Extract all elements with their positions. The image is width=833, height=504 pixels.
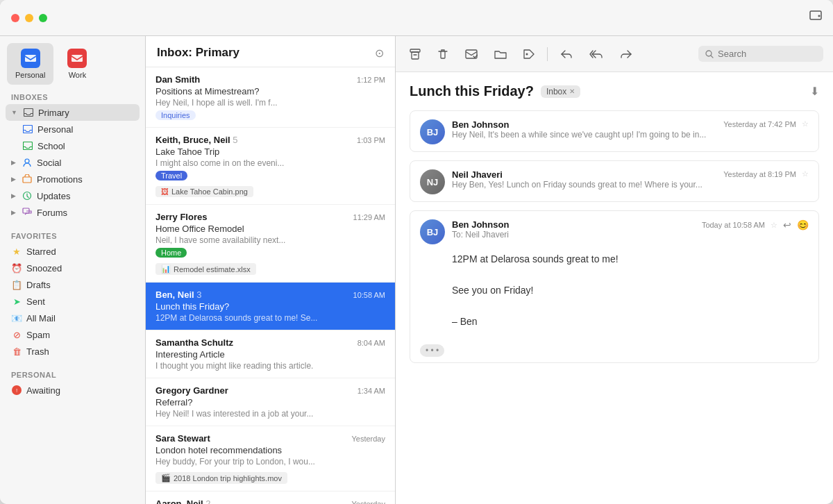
- email-item[interactable]: Aaron, Neil 2 Yesterday Visiting D.C. I …: [146, 492, 395, 504]
- sidebar-item-starred[interactable]: ★ Starred: [6, 243, 140, 260]
- attachment: 🎬 2018 London trip highlights.mov: [155, 472, 287, 484]
- sidebar-item-school[interactable]: School: [6, 137, 140, 154]
- filter-icon[interactable]: ⊙: [375, 47, 384, 60]
- star-icon[interactable]: ☆: [802, 119, 809, 128]
- message-header[interactable]: NJ Neil Jhaveri Hey Ben, Yes! Lunch on F…: [410, 161, 818, 201]
- email-item[interactable]: Sara Stewart Yesterday London hotel reco…: [146, 426, 395, 492]
- reply-msg-icon[interactable]: ↩: [783, 219, 791, 230]
- snoozed-icon: ⏰: [11, 262, 22, 274]
- sidebar-item-sent[interactable]: ➤ Sent: [6, 293, 140, 310]
- svg-rect-11: [412, 52, 419, 59]
- tag-inquiries: Inquiries: [155, 110, 196, 120]
- search-input[interactable]: [718, 49, 815, 59]
- star-icon[interactable]: ☆: [802, 169, 809, 178]
- label-button[interactable]: [519, 47, 539, 62]
- spam-label: Spam: [26, 330, 50, 340]
- sidebar-item-drafts[interactable]: 📋 Drafts: [6, 276, 140, 293]
- sidebar-item-all-mail[interactable]: 📧 All Mail: [6, 310, 140, 326]
- trash-label: Trash: [26, 346, 49, 357]
- email-time: 8:04 AM: [357, 339, 385, 347]
- message-thread-expanded: BJ Ben Johnson To: Neil Jhaveri Today at…: [410, 210, 819, 363]
- email-preview: Hey buddy, For your trip to London, I wo…: [155, 457, 385, 467]
- email-time: 1:03 PM: [357, 136, 385, 144]
- sidebar-item-primary[interactable]: ▼ Primary: [6, 104, 140, 121]
- sidebar-item-updates[interactable]: ▶ Updates: [6, 187, 140, 204]
- email-item[interactable]: Samantha Schultz 8:04 AM Interesting Art…: [146, 330, 395, 378]
- email-item-active[interactable]: Ben, Neil 3 10:58 AM Lunch this Friday? …: [146, 283, 395, 330]
- close-button[interactable]: [11, 14, 19, 22]
- sidebar-item-spam[interactable]: ⊘ Spam: [6, 326, 140, 343]
- email-list-scroll[interactable]: Dan Smith 1:12 PM Positions at Mimestrea…: [146, 67, 395, 504]
- starred-label: Starred: [26, 246, 56, 257]
- reply-button[interactable]: [556, 47, 577, 62]
- work-icon: [67, 49, 87, 68]
- message-meta: Ben Johnson Hey Neil, It's been a while …: [452, 119, 716, 140]
- inboxes-section: Inboxes ▼ Primary: [0, 85, 145, 224]
- email-preview: Hey Neil, I hope all is well. I'm f...: [155, 98, 385, 108]
- svg-rect-1: [25, 55, 36, 62]
- archive-button[interactable]: [405, 46, 425, 62]
- sidebar-item-promotions[interactable]: ▶ Promotions: [6, 171, 140, 187]
- message-time: Today at 10:58 AM ☆ ↩ 😊: [702, 219, 809, 230]
- archive-icon-right[interactable]: ⬇: [810, 85, 819, 98]
- more-msg-icon[interactable]: 😊: [797, 219, 809, 230]
- message-header[interactable]: BJ Ben Johnson Hey Neil, It's been a whi…: [410, 111, 818, 151]
- minimize-button[interactable]: [25, 14, 33, 22]
- favorites-label: Favorites: [6, 232, 140, 240]
- sidebar-item-snoozed[interactable]: ⏰ Snoozed: [6, 260, 140, 276]
- spam-icon: ⊘: [11, 329, 22, 340]
- account-tab-personal[interactable]: Personal: [7, 43, 53, 85]
- svg-point-6: [25, 159, 29, 163]
- detail-scroll: Lunch this Friday? Inbox ✕ ⬇ BJ Ben John…: [396, 72, 833, 504]
- account-tab-work[interactable]: Work: [58, 43, 96, 85]
- email-time: Yesterday: [351, 435, 385, 443]
- personal-icon: [21, 49, 40, 68]
- image-icon: 🖼: [161, 187, 169, 196]
- detail-toolbar: [396, 36, 833, 72]
- email-sender: Sara Stewart: [155, 433, 210, 444]
- forward-button[interactable]: [616, 47, 637, 62]
- sidebar-item-forums[interactable]: ▶ Forums: [6, 204, 140, 221]
- email-item[interactable]: Gregory Gardner 1:34 AM Referral? Hey Ne…: [146, 378, 395, 426]
- trash-button[interactable]: [433, 46, 453, 62]
- collapsed-dots-btn[interactable]: • • •: [420, 344, 444, 357]
- email-preview: 12PM at Delarosa sounds great to me! Se.…: [155, 313, 385, 323]
- avatar: NJ: [420, 169, 445, 194]
- avatar: BJ: [420, 119, 445, 144]
- email-item[interactable]: Dan Smith 1:12 PM Positions at Mimestrea…: [146, 67, 395, 128]
- email-item[interactable]: Keith, Bruce, Neil 5 1:03 PM Lake Tahoe …: [146, 128, 395, 205]
- email-time: 10:58 AM: [353, 291, 385, 299]
- work-tab-label: Work: [69, 71, 86, 79]
- email-subject: Lunch this Friday?: [155, 301, 385, 312]
- detail-subject-row: Lunch this Friday? Inbox ✕ ⬇: [410, 83, 819, 99]
- maximize-button[interactable]: [39, 14, 47, 22]
- star-icon[interactable]: ☆: [771, 221, 777, 230]
- sidebar-item-trash[interactable]: 🗑 Trash: [6, 343, 140, 360]
- svg-rect-7: [23, 177, 31, 183]
- sidebar-item-personal-inbox[interactable]: Personal: [6, 121, 140, 137]
- title-bar: [0, 0, 833, 36]
- toolbar-separator: [547, 47, 548, 61]
- message-thread: NJ Neil Jhaveri Hey Ben, Yes! Lunch on F…: [410, 160, 819, 202]
- folder-button[interactable]: [490, 47, 511, 62]
- email-sender: Keith, Bruce, Neil 5: [155, 135, 237, 145]
- email-item[interactable]: Jerry Flores 11:29 AM Home Office Remode…: [146, 205, 395, 283]
- detail-subject: Lunch this Friday?: [410, 83, 534, 99]
- sidebar-item-social[interactable]: ▶ Social: [6, 154, 140, 171]
- sent-label: Sent: [26, 296, 45, 307]
- mark-read-button[interactable]: [461, 47, 482, 62]
- message-header[interactable]: BJ Ben Johnson To: Neil Jhaveri Today at…: [410, 211, 818, 251]
- inbox-badge: Inbox ✕: [541, 85, 580, 98]
- tag-travel: Travel: [155, 171, 187, 180]
- svg-point-13: [526, 53, 528, 55]
- email-list-title: Inbox: Primary: [157, 46, 239, 60]
- sidebar-item-awaiting[interactable]: ! Awaiting: [6, 382, 140, 398]
- all-mail-label: All Mail: [26, 313, 56, 324]
- compose-button[interactable]: [809, 10, 822, 25]
- reply-all-button[interactable]: [585, 47, 607, 62]
- all-mail-icon: 📧: [11, 312, 22, 324]
- sent-icon: ➤: [11, 296, 22, 307]
- awaiting-icon: !: [11, 385, 22, 396]
- inbox-badge-close[interactable]: ✕: [569, 87, 575, 95]
- attachment: 🖼 Lake Tahoe Cabin.png: [155, 186, 253, 197]
